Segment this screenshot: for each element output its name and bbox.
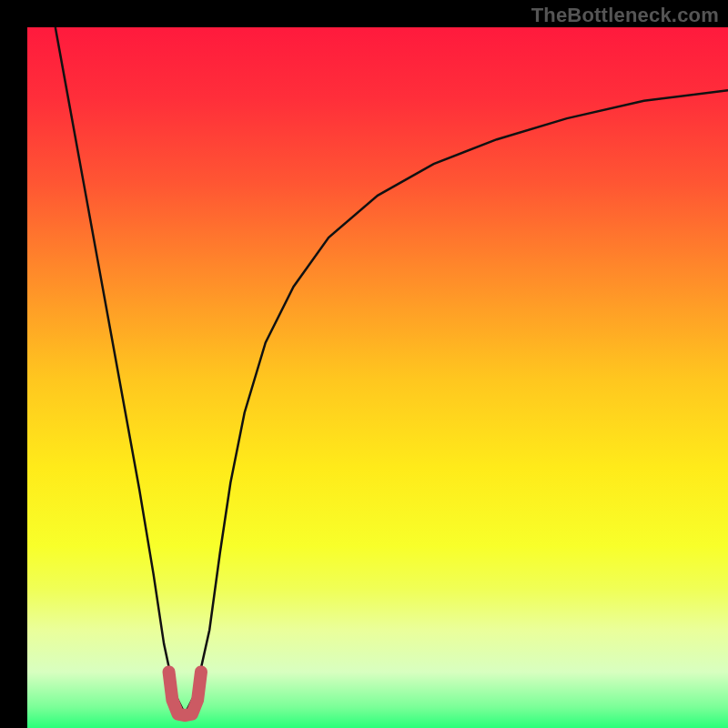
watermark-label: TheBottleneck.com xyxy=(531,4,719,27)
chart-frame: TheBottleneck.com xyxy=(0,0,728,728)
gradient-background xyxy=(27,27,728,728)
plot-area xyxy=(27,27,728,728)
bottleneck-chart xyxy=(27,27,728,728)
